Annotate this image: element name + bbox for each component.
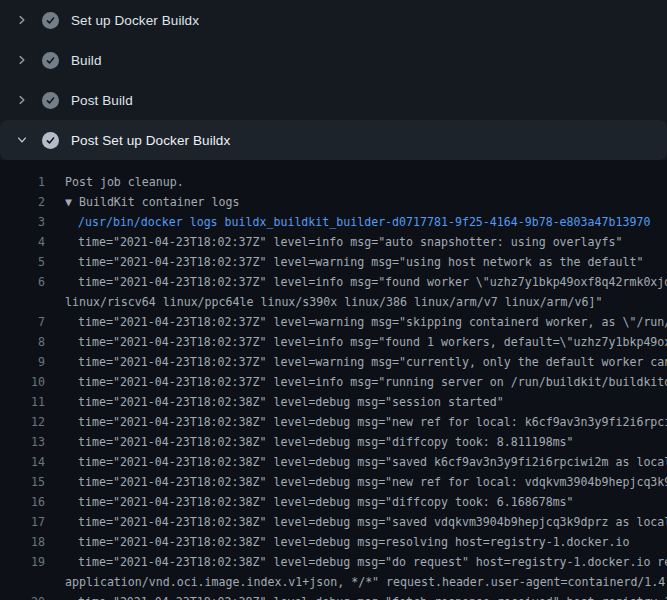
log-line-text: Post job cleanup. — [65, 172, 667, 192]
log-line-text: time="2021-04-23T18:02:37Z" level=warnin… — [78, 312, 667, 332]
chevron-right-icon — [14, 52, 30, 68]
log-line-number[interactable]: 15 — [0, 472, 45, 492]
log-line-number[interactable]: 13 — [0, 432, 45, 452]
log-line: 15 time="2021-04-23T18:02:38Z" level=deb… — [0, 472, 667, 492]
step-label: Set up Docker Buildx — [71, 13, 199, 28]
log-line: linux/riscv64 linux/ppc64le linux/s390x … — [0, 292, 667, 312]
log-line-number — [0, 292, 45, 312]
check-circle-icon — [42, 132, 59, 149]
log-line-number[interactable]: 3 — [0, 212, 45, 232]
log-line-number[interactable]: 8 — [0, 332, 45, 352]
log-line-text: time="2021-04-23T18:02:37Z" level=warnin… — [78, 352, 667, 372]
check-circle-icon — [42, 52, 59, 69]
log-line-text: time="2021-04-23T18:02:38Z" level=debug … — [78, 412, 667, 432]
log-line-text: time="2021-04-23T18:02:38Z" level=debug … — [78, 552, 667, 572]
log-line-text: time="2021-04-23T18:02:38Z" level=debug … — [78, 512, 667, 532]
log-line-text: time="2021-04-23T18:02:37Z" level=info m… — [78, 372, 667, 392]
log-line-number[interactable]: 20 — [0, 592, 45, 600]
log-line-text: time="2021-04-23T18:02:37Z" level=info m… — [78, 272, 667, 292]
log-line-text: time="2021-04-23T18:02:37Z" level=info m… — [78, 332, 667, 352]
log-line-number[interactable]: 17 — [0, 512, 45, 532]
log-line-text: time="2021-04-23T18:02:37Z" level=info m… — [78, 232, 667, 252]
log-line-number[interactable]: 11 — [0, 392, 45, 412]
log-line: 14 time="2021-04-23T18:02:38Z" level=deb… — [0, 452, 667, 472]
log-line-text: application/vnd.oci.image.index.v1+json,… — [65, 572, 667, 592]
log-line-number[interactable]: 18 — [0, 532, 45, 552]
log-line-text: time="2021-04-23T18:02:38Z" level=debug … — [78, 492, 667, 512]
log-line-number — [0, 572, 45, 592]
log-line: 11 time="2021-04-23T18:02:38Z" level=deb… — [0, 392, 667, 412]
steps-list: Set up Docker Buildx Build Post Build Po… — [0, 0, 667, 160]
log-line-text: time="2021-04-23T18:02:38Z" level=debug … — [78, 452, 667, 472]
log-line: 8 time="2021-04-23T18:02:37Z" level=info… — [0, 332, 667, 352]
log-line-number[interactable]: 4 — [0, 232, 45, 252]
chevron-right-icon — [14, 92, 30, 108]
log-line: 18 time="2021-04-23T18:02:38Z" level=deb… — [0, 532, 667, 552]
log-line: 7 time="2021-04-23T18:02:37Z" level=warn… — [0, 312, 667, 332]
step-header-post-set-up-docker-buildx[interactable]: Post Set up Docker Buildx — [0, 120, 667, 160]
step-label: Build — [71, 53, 102, 68]
log-line-number[interactable]: 6 — [0, 272, 45, 292]
log-line-number[interactable]: 7 — [0, 312, 45, 332]
log-line: 20 time="2021-04-23T18:02:38Z" level=deb… — [0, 592, 667, 600]
check-circle-icon — [42, 92, 59, 109]
log-line: 12 time="2021-04-23T18:02:38Z" level=deb… — [0, 412, 667, 432]
log-line-text: time="2021-04-23T18:02:38Z" level=debug … — [78, 392, 667, 412]
log-line-text: time="2021-04-23T18:02:38Z" level=debug … — [78, 592, 667, 600]
log-line: 5 time="2021-04-23T18:02:37Z" level=warn… — [0, 252, 667, 272]
log-line-number[interactable]: 14 — [0, 452, 45, 472]
log-line-number[interactable]: 12 — [0, 412, 45, 432]
log-line: 19 time="2021-04-23T18:02:38Z" level=deb… — [0, 552, 667, 572]
step-header-set-up-docker-buildx[interactable]: Set up Docker Buildx — [0, 0, 667, 40]
log-line: 9 time="2021-04-23T18:02:37Z" level=warn… — [0, 352, 667, 372]
log-line-text: time="2021-04-23T18:02:37Z" level=warnin… — [78, 252, 667, 272]
check-circle-icon — [42, 12, 59, 29]
log-line: 13 time="2021-04-23T18:02:38Z" level=deb… — [0, 432, 667, 452]
log-line-text: time="2021-04-23T18:02:38Z" level=debug … — [78, 532, 667, 552]
chevron-right-icon — [14, 12, 30, 28]
log-line: 2 ▼ BuildKit container logs — [0, 192, 667, 212]
step-label: Post Set up Docker Buildx — [71, 133, 230, 148]
log-line-text: time="2021-04-23T18:02:38Z" level=debug … — [78, 432, 667, 452]
step-header-build[interactable]: Build — [0, 40, 667, 80]
log-line-text: linux/riscv64 linux/ppc64le linux/s390x … — [65, 292, 667, 312]
log-line-number[interactable]: 10 — [0, 372, 45, 392]
log-line-number[interactable]: 19 — [0, 552, 45, 572]
log-line-number[interactable]: 1 — [0, 172, 45, 192]
log-line: 6 time="2021-04-23T18:02:37Z" level=info… — [0, 272, 667, 292]
step-label: Post Build — [71, 93, 133, 108]
log-line: 16 time="2021-04-23T18:02:38Z" level=deb… — [0, 492, 667, 512]
log-line: 3 /usr/bin/docker logs buildx_buildkit_b… — [0, 212, 667, 232]
log-line-text: /usr/bin/docker logs buildx_buildkit_bui… — [78, 212, 667, 232]
chevron-down-icon — [14, 132, 30, 148]
log-line-number[interactable]: 5 — [0, 252, 45, 272]
log-line-number[interactable]: 16 — [0, 492, 45, 512]
log-line-number[interactable]: 9 — [0, 352, 45, 372]
log-line: 10 time="2021-04-23T18:02:37Z" level=inf… — [0, 372, 667, 392]
step-header-post-build[interactable]: Post Build — [0, 80, 667, 120]
log-line: 4 time="2021-04-23T18:02:37Z" level=info… — [0, 232, 667, 252]
log-line-text: time="2021-04-23T18:02:38Z" level=debug … — [78, 472, 667, 492]
log-line-number[interactable]: 2 — [0, 192, 45, 212]
log-line: application/vnd.oci.image.index.v1+json,… — [0, 572, 667, 592]
log-line-text: ▼ BuildKit container logs — [65, 192, 667, 212]
log-viewer: 1 Post job cleanup. 2 ▼ BuildKit contain… — [0, 160, 667, 600]
log-line: 1 Post job cleanup. — [0, 172, 667, 192]
log-line: 17 time="2021-04-23T18:02:38Z" level=deb… — [0, 512, 667, 532]
